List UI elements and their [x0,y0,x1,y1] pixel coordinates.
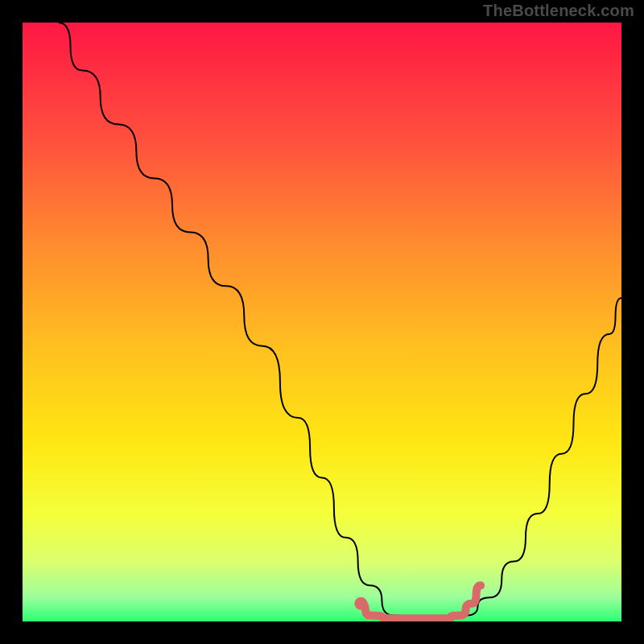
plot-area [23,23,621,621]
chart-svg [23,23,621,621]
chart-frame: TheBottleneck.com [0,0,644,644]
chart-background [23,23,621,621]
watermark-label: TheBottleneck.com [483,2,634,20]
optimal-marker [354,597,367,610]
